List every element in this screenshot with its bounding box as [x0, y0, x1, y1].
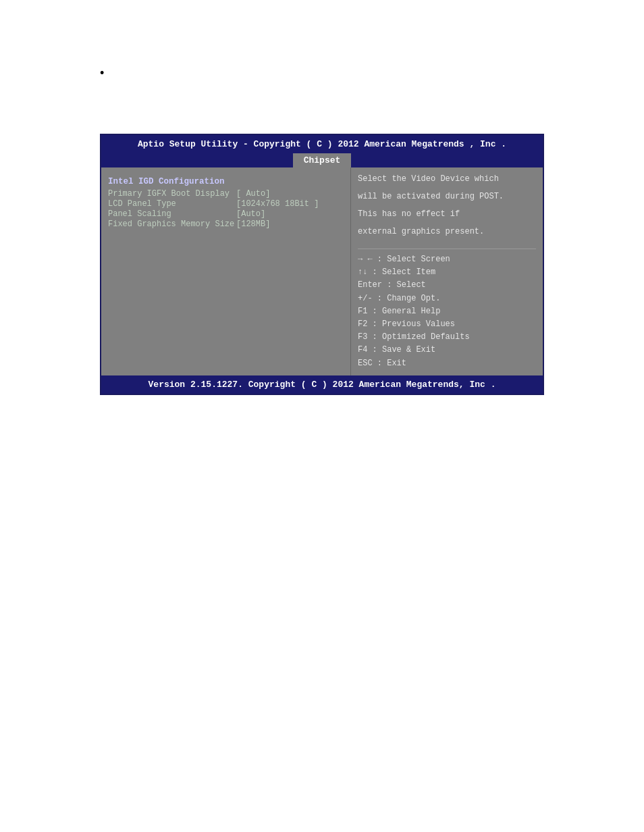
item-label: Primary IGFX Boot Display: [108, 189, 236, 199]
chipset-tab[interactable]: Chipset: [293, 153, 352, 167]
key-row: ↑↓ : Select Item: [358, 266, 536, 279]
bios-right-panel: Select the Video Device whichwill be act…: [351, 167, 543, 375]
keys-section: → ← : Select Screen↑↓ : Select ItemEnter…: [358, 249, 536, 370]
item-value: [Auto]: [236, 209, 265, 219]
left-items-section: Intel IGD Configuration Primary IGFX Boo…: [108, 177, 344, 229]
help-text: Select the Video Device whichwill be act…: [358, 173, 536, 243]
table-row: LCD Panel Type [1024x768 18Bit ]: [108, 199, 344, 209]
bios-header: Aptio Setup Utility - Copyright ( C ) 20…: [101, 135, 543, 153]
key-row: F2 : Previous Values: [358, 318, 536, 331]
key-row: → ← : Select Screen: [358, 253, 536, 266]
help-line: This has no effect if: [358, 208, 536, 220]
table-row: Primary IGFX Boot Display [ Auto]: [108, 189, 344, 199]
item-value: [128MB]: [236, 219, 270, 229]
help-line: Select the Video Device which: [358, 173, 536, 185]
bios-body: Intel IGD Configuration Primary IGFX Boo…: [101, 167, 543, 375]
item-value: [1024x768 18Bit ]: [236, 199, 319, 209]
help-line: external graphics present.: [358, 226, 536, 238]
bios-footer: Version 2.15.1227. Copyright ( C ) 2012 …: [101, 375, 543, 394]
item-value: [ Auto]: [236, 189, 270, 199]
key-row: +/- : Change Opt.: [358, 292, 536, 305]
bios-left-panel: Intel IGD Configuration Primary IGFX Boo…: [101, 167, 351, 375]
bios-tab-row: Chipset: [101, 153, 543, 167]
item-label: Panel Scaling: [108, 209, 236, 219]
key-row: F3 : Optimized Defaults: [358, 331, 536, 344]
key-row: Enter : Select: [358, 279, 536, 292]
table-row: Fixed Graphics Memory Size [128MB]: [108, 219, 344, 229]
bullet-point: •: [100, 66, 104, 80]
item-label: Fixed Graphics Memory Size: [108, 219, 236, 229]
help-line: will be activated during POST.: [358, 190, 536, 203]
key-row: F4 : Save & Exit: [358, 344, 536, 357]
item-label: LCD Panel Type: [108, 199, 236, 209]
bios-screen: Aptio Setup Utility - Copyright ( C ) 20…: [100, 134, 544, 395]
table-row: Panel Scaling [Auto]: [108, 209, 344, 219]
key-row: ESC : Exit: [358, 357, 536, 370]
section-title: Intel IGD Configuration: [108, 177, 344, 186]
key-row: F1 : General Help: [358, 305, 536, 318]
